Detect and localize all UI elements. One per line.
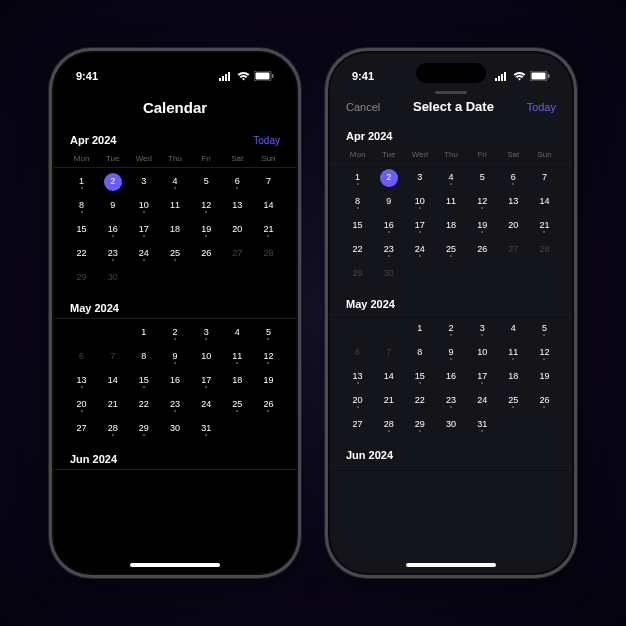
calendar-day[interactable]: 21 bbox=[253, 220, 284, 242]
calendar-day[interactable]: 16 bbox=[159, 371, 190, 393]
home-indicator[interactable] bbox=[130, 563, 220, 567]
calendar-day[interactable]: 30 bbox=[97, 268, 128, 290]
calendar-day[interactable]: 17 bbox=[404, 216, 435, 238]
calendar-day[interactable]: 13 bbox=[342, 367, 373, 389]
calendar-day[interactable]: 15 bbox=[128, 371, 159, 393]
calendar-day[interactable]: 18 bbox=[498, 367, 529, 389]
calendar-day[interactable]: 16 bbox=[97, 220, 128, 242]
calendar-day[interactable]: 25 bbox=[498, 391, 529, 413]
calendar-day[interactable]: 23 bbox=[435, 391, 466, 413]
calendar-day[interactable]: 17 bbox=[467, 367, 498, 389]
calendar-day[interactable]: 16 bbox=[373, 216, 404, 238]
calendar-day[interactable]: 26 bbox=[191, 244, 222, 266]
calendar-day[interactable]: 17 bbox=[191, 371, 222, 393]
calendar-day[interactable]: 22 bbox=[128, 395, 159, 417]
calendar-day[interactable]: 11 bbox=[435, 192, 466, 214]
calendar-day[interactable]: 20 bbox=[222, 220, 253, 242]
calendar-day[interactable]: 25 bbox=[435, 240, 466, 262]
calendar-day[interactable]: 12 bbox=[191, 196, 222, 218]
calendar-day[interactable]: 7 bbox=[253, 172, 284, 194]
calendar-day[interactable]: 5 bbox=[191, 172, 222, 194]
calendar-day[interactable]: 4 bbox=[435, 168, 466, 190]
calendar-day[interactable]: 7 bbox=[97, 347, 128, 369]
calendar-day[interactable]: 30 bbox=[373, 264, 404, 286]
calendar-day[interactable]: 7 bbox=[529, 168, 560, 190]
calendar-day[interactable]: 24 bbox=[128, 244, 159, 266]
calendar-day[interactable]: 3 bbox=[128, 172, 159, 194]
calendar-day[interactable]: 29 bbox=[404, 415, 435, 437]
calendar-day[interactable]: 26 bbox=[529, 391, 560, 413]
calendar-day[interactable]: 1 bbox=[128, 323, 159, 345]
calendar-day[interactable]: 13 bbox=[66, 371, 97, 393]
calendar-day[interactable]: 9 bbox=[435, 343, 466, 365]
today-button[interactable]: Today bbox=[527, 101, 556, 113]
calendar-day[interactable]: 28 bbox=[253, 244, 284, 266]
calendar-day[interactable]: 3 bbox=[404, 168, 435, 190]
calendar-day[interactable]: 10 bbox=[191, 347, 222, 369]
calendar-day[interactable]: 9 bbox=[97, 196, 128, 218]
drag-handle[interactable] bbox=[435, 91, 467, 94]
calendar-day[interactable]: 4 bbox=[222, 323, 253, 345]
calendar-day[interactable]: 10 bbox=[128, 196, 159, 218]
calendar-day[interactable]: 12 bbox=[467, 192, 498, 214]
calendar-scroll[interactable]: 1234567891011121314151617181920212223242… bbox=[54, 168, 296, 573]
calendar-day[interactable]: 31 bbox=[467, 415, 498, 437]
calendar-day[interactable]: 10 bbox=[404, 192, 435, 214]
calendar-day[interactable]: 20 bbox=[66, 395, 97, 417]
calendar-day[interactable]: 15 bbox=[66, 220, 97, 242]
calendar-day[interactable]: 9 bbox=[373, 192, 404, 214]
calendar-day[interactable]: 29 bbox=[128, 419, 159, 441]
calendar-day[interactable]: 1 bbox=[404, 319, 435, 341]
calendar-day[interactable]: 19 bbox=[467, 216, 498, 238]
calendar-day[interactable]: 24 bbox=[404, 240, 435, 262]
calendar-day[interactable]: 15 bbox=[404, 367, 435, 389]
calendar-day[interactable]: 6 bbox=[498, 168, 529, 190]
calendar-day[interactable]: 13 bbox=[498, 192, 529, 214]
calendar-day[interactable]: 28 bbox=[97, 419, 128, 441]
calendar-day[interactable]: 25 bbox=[222, 395, 253, 417]
calendar-day[interactable]: 20 bbox=[498, 216, 529, 238]
calendar-day[interactable]: 11 bbox=[498, 343, 529, 365]
calendar-day[interactable]: 23 bbox=[373, 240, 404, 262]
calendar-day[interactable]: 2 bbox=[159, 323, 190, 345]
calendar-day[interactable]: 11 bbox=[159, 196, 190, 218]
calendar-day[interactable]: 13 bbox=[222, 196, 253, 218]
calendar-day[interactable]: 19 bbox=[253, 371, 284, 393]
calendar-day[interactable]: 12 bbox=[529, 343, 560, 365]
calendar-day[interactable]: 10 bbox=[467, 343, 498, 365]
calendar-day[interactable]: 4 bbox=[159, 172, 190, 194]
calendar-day[interactable]: 19 bbox=[529, 367, 560, 389]
calendar-day[interactable]: 27 bbox=[498, 240, 529, 262]
today-button[interactable]: Today bbox=[253, 135, 280, 146]
calendar-day[interactable]: 27 bbox=[222, 244, 253, 266]
calendar-day[interactable]: 27 bbox=[342, 415, 373, 437]
calendar-day[interactable]: 25 bbox=[159, 244, 190, 266]
calendar-day[interactable]: 20 bbox=[342, 391, 373, 413]
calendar-day[interactable]: 21 bbox=[373, 391, 404, 413]
calendar-day[interactable]: 6 bbox=[222, 172, 253, 194]
calendar-day[interactable]: 1 bbox=[342, 168, 373, 190]
calendar-day[interactable]: 18 bbox=[435, 216, 466, 238]
calendar-day[interactable]: 26 bbox=[467, 240, 498, 262]
calendar-day[interactable]: 6 bbox=[342, 343, 373, 365]
calendar-day[interactable]: 22 bbox=[342, 240, 373, 262]
calendar-day[interactable]: 14 bbox=[373, 367, 404, 389]
calendar-day[interactable]: 11 bbox=[222, 347, 253, 369]
calendar-day[interactable]: 28 bbox=[373, 415, 404, 437]
calendar-day[interactable]: 8 bbox=[404, 343, 435, 365]
calendar-day[interactable]: 1 bbox=[66, 172, 97, 194]
calendar-day[interactable]: 8 bbox=[342, 192, 373, 214]
calendar-day[interactable]: 23 bbox=[97, 244, 128, 266]
calendar-day[interactable]: 18 bbox=[159, 220, 190, 242]
calendar-day[interactable]: 17 bbox=[128, 220, 159, 242]
calendar-day[interactable]: 5 bbox=[253, 323, 284, 345]
calendar-day[interactable]: 18 bbox=[222, 371, 253, 393]
calendar-day[interactable]: 26 bbox=[253, 395, 284, 417]
calendar-day[interactable]: 9 bbox=[159, 347, 190, 369]
calendar-day[interactable]: 24 bbox=[191, 395, 222, 417]
calendar-day[interactable]: 29 bbox=[66, 268, 97, 290]
calendar-day[interactable]: 27 bbox=[66, 419, 97, 441]
calendar-scroll[interactable]: 1234567891011121314151617181920212223242… bbox=[330, 164, 572, 573]
calendar-day[interactable]: 2 bbox=[435, 319, 466, 341]
calendar-day[interactable]: 24 bbox=[467, 391, 498, 413]
